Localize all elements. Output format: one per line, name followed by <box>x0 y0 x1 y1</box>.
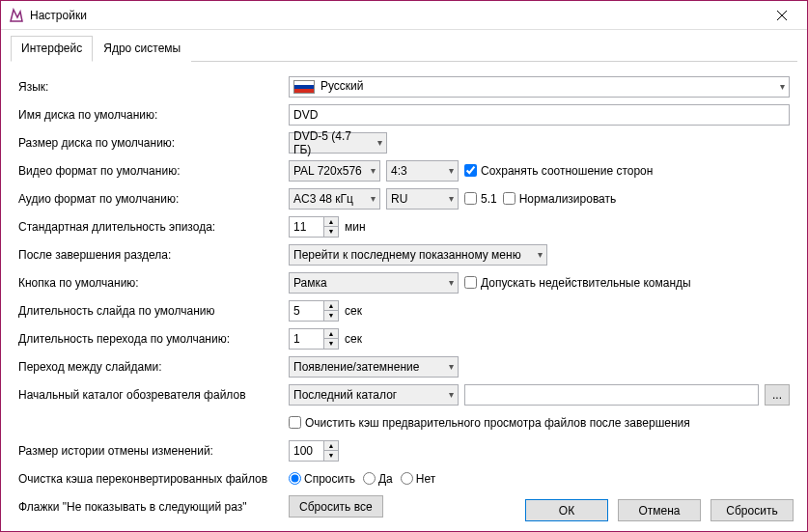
aspect-select[interactable]: 4:3▾ <box>386 160 459 182</box>
spin-up-icon[interactable]: ▲ <box>324 217 338 227</box>
episode-length-label: Стандартная длительность эпизода: <box>18 220 289 234</box>
slide-duration-stepper[interactable]: ▲▼ <box>289 300 339 322</box>
chevron-down-icon: ▾ <box>532 249 543 260</box>
spin-down-icon[interactable]: ▼ <box>324 339 338 349</box>
app-icon <box>9 8 24 23</box>
chevron-down-icon: ▾ <box>365 165 376 176</box>
seconds-unit: сек <box>345 332 362 346</box>
allow-invalid-checkbox[interactable]: Допускать недействительные команды <box>464 276 691 290</box>
audio-51-checkbox[interactable]: 5.1 <box>464 192 497 206</box>
disc-name-input[interactable] <box>289 104 790 126</box>
dont-show-label: Флажки "Не показывать в следующий раз" <box>18 500 289 514</box>
spin-up-icon[interactable]: ▲ <box>324 301 338 311</box>
browse-button[interactable]: ... <box>765 384 790 406</box>
language-value: Русский <box>320 79 364 93</box>
initial-dir-label: Начальный каталог обозревателя файлов <box>18 388 289 402</box>
chevron-down-icon: ▾ <box>774 81 785 92</box>
clear-cache-no-radio[interactable]: Нет <box>401 472 435 486</box>
language-select[interactable]: Русский ▾ <box>289 76 790 98</box>
spin-down-icon[interactable]: ▼ <box>324 227 338 237</box>
chevron-down-icon: ▾ <box>443 389 454 400</box>
clear-cache-label: Очистка кэша переконвертированных файлов <box>18 472 289 486</box>
content-area: Интерфейс Ядро системы Язык: Русский ▾ И… <box>1 30 807 531</box>
audio-format-select[interactable]: AC3 48 кГц▾ <box>289 188 380 210</box>
reset-button[interactable]: Сбросить <box>710 499 794 521</box>
chevron-down-icon: ▾ <box>443 193 454 204</box>
tab-bar: Интерфейс Ядро системы <box>11 36 797 62</box>
disc-size-select[interactable]: DVD-5 (4.7 ГБ)▾ <box>289 132 387 154</box>
dialog-footer: ОК Отмена Сбросить <box>525 499 794 521</box>
tab-core[interactable]: Ядро системы <box>93 36 191 62</box>
disc-name-label: Имя диска по умолчанию: <box>18 108 289 122</box>
chevron-down-icon: ▾ <box>443 277 454 288</box>
cancel-button[interactable]: Отмена <box>618 499 701 521</box>
after-title-label: После завершения раздела: <box>18 248 289 262</box>
normalize-checkbox[interactable]: Нормализировать <box>503 192 617 206</box>
spin-down-icon[interactable]: ▼ <box>324 451 338 461</box>
ellipsis-icon: ... <box>772 388 782 402</box>
undo-history-label: Размер истории отмены изменений: <box>18 444 289 458</box>
initial-dir-select[interactable]: Последний каталог▾ <box>289 384 459 406</box>
episode-length-stepper[interactable]: ▲▼ <box>289 216 339 238</box>
chevron-down-icon: ▾ <box>443 165 454 176</box>
chevron-down-icon: ▾ <box>372 137 382 148</box>
tab-interface[interactable]: Интерфейс <box>11 36 93 62</box>
clear-thumbnail-cache-checkbox[interactable]: Очистить кэш предварительного просмотра … <box>289 416 690 430</box>
audio-format-label: Аудио формат по умолчанию: <box>18 192 289 206</box>
default-button-label: Кнопка по умолчанию: <box>18 276 289 290</box>
titlebar: Настройки <box>1 1 807 30</box>
seconds-unit: сек <box>345 304 362 318</box>
ok-button[interactable]: ОК <box>525 499 608 521</box>
video-format-label: Видео формат по умолчанию: <box>18 164 289 178</box>
chevron-down-icon: ▾ <box>365 193 376 204</box>
slide-transition-label: Переход между слайдами: <box>18 360 289 374</box>
keep-aspect-checkbox[interactable]: Сохранять соотношение сторон <box>464 164 653 178</box>
initial-dir-path-input[interactable] <box>464 384 759 406</box>
video-format-select[interactable]: PAL 720x576▾ <box>289 160 380 182</box>
default-button-select[interactable]: Рамка▾ <box>289 272 459 294</box>
language-label: Язык: <box>18 80 289 94</box>
settings-window: Настройки Интерфейс Ядро системы Язык: Р… <box>0 0 808 532</box>
audio-lang-select[interactable]: RU▾ <box>386 188 459 210</box>
spin-up-icon[interactable]: ▲ <box>324 441 338 451</box>
clear-cache-yes-radio[interactable]: Да <box>363 472 393 486</box>
tab-panel-interface: Язык: Русский ▾ Имя диска по умолчанию: … <box>11 62 797 531</box>
undo-history-stepper[interactable]: ▲▼ <box>289 440 339 462</box>
close-button[interactable] <box>763 2 801 29</box>
close-icon <box>777 11 787 20</box>
after-title-select[interactable]: Перейти к последнему показанному меню▾ <box>289 244 547 266</box>
chevron-down-icon: ▾ <box>443 361 454 372</box>
disc-size-label: Размер диска по умолчанию: <box>18 136 289 150</box>
clear-cache-radio-group: Спросить Да Нет <box>289 472 790 486</box>
spin-down-icon[interactable]: ▼ <box>324 311 338 321</box>
reset-all-button[interactable]: Сбросить все <box>289 495 383 518</box>
clear-cache-ask-radio[interactable]: Спросить <box>289 472 355 486</box>
window-title: Настройки <box>30 9 763 22</box>
flag-ru-icon <box>293 80 315 94</box>
slide-transition-select[interactable]: Появление/затемнение▾ <box>289 356 459 378</box>
minutes-unit: мин <box>345 220 366 234</box>
slide-duration-label: Длительность слайда по умолчанию <box>18 304 289 318</box>
spin-up-icon[interactable]: ▲ <box>324 329 338 339</box>
transition-duration-label: Длительность перехода по умолчанию: <box>18 332 289 346</box>
transition-duration-stepper[interactable]: ▲▼ <box>289 328 339 350</box>
